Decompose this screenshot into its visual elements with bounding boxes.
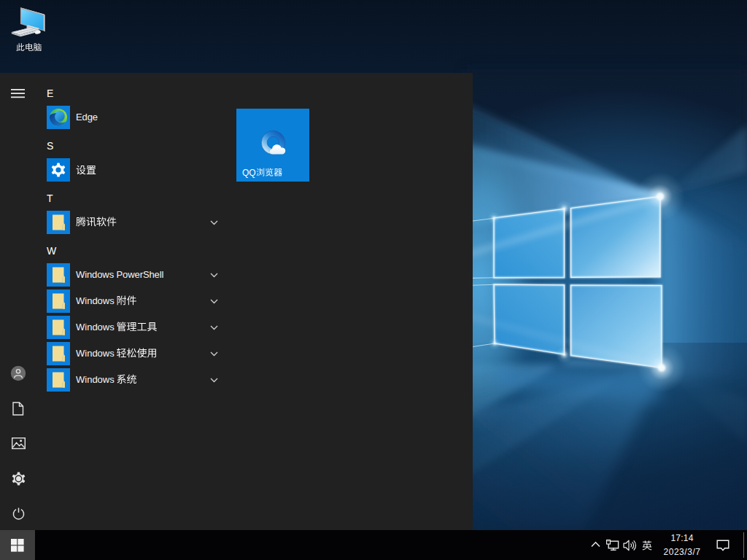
svg-text:QQ: QQ bbox=[242, 168, 256, 178]
svg-text:Windows: Windows bbox=[76, 322, 115, 332]
svg-text:Windows: Windows bbox=[76, 348, 115, 359]
svg-text:Windows: Windows bbox=[76, 295, 115, 306]
svg-text:Windows: Windows bbox=[76, 374, 115, 385]
